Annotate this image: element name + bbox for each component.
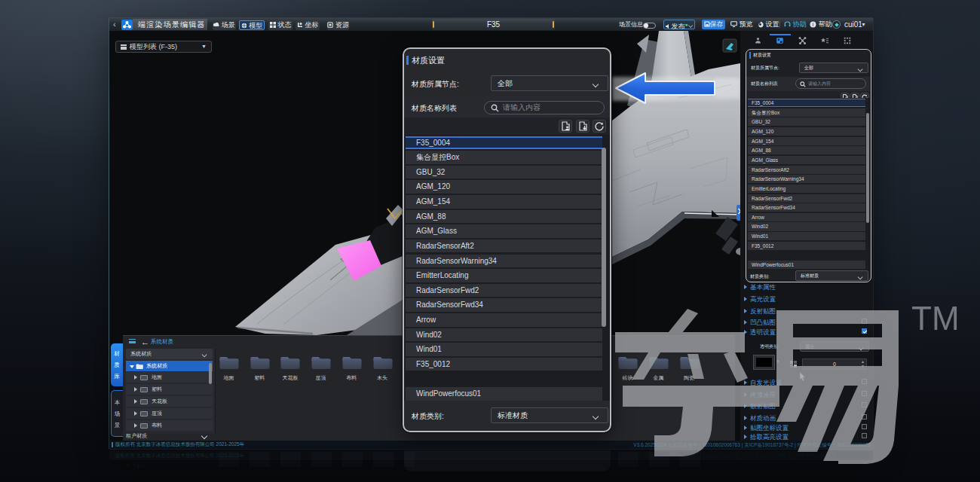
svg-text:i: i [813, 21, 813, 26]
